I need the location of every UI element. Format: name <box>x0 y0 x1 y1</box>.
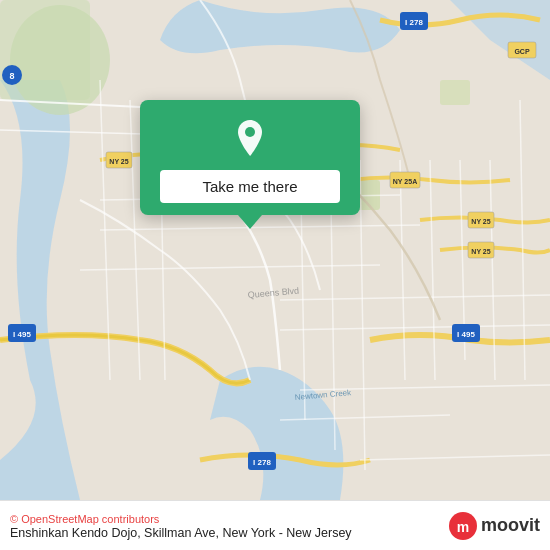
moovit-text: moovit <box>481 515 540 536</box>
svg-text:NY 25A: NY 25A <box>393 178 417 185</box>
svg-text:8: 8 <box>9 71 14 81</box>
osm-credit: © OpenStreetMap contributors <box>10 513 159 525</box>
svg-text:I 495: I 495 <box>457 330 475 339</box>
footer-bar: © OpenStreetMap contributors Enshinkan K… <box>0 500 550 550</box>
moovit-icon: m <box>449 512 477 540</box>
svg-rect-2 <box>0 0 90 100</box>
svg-point-48 <box>245 127 255 137</box>
footer-text: © OpenStreetMap contributors Enshinkan K… <box>10 512 449 540</box>
svg-text:m: m <box>457 519 469 535</box>
svg-text:I 495: I 495 <box>13 330 31 339</box>
svg-text:I 278: I 278 <box>405 18 423 27</box>
moovit-logo: m moovit <box>449 512 540 540</box>
svg-text:I 278: I 278 <box>253 458 271 467</box>
popup-card: Take me there <box>140 100 360 215</box>
svg-text:GCP: GCP <box>514 48 530 55</box>
svg-text:NY 25: NY 25 <box>471 248 490 255</box>
take-me-there-button[interactable]: Take me there <box>160 170 340 203</box>
svg-text:NY 25: NY 25 <box>471 218 490 225</box>
svg-rect-4 <box>440 80 470 105</box>
svg-text:NY 25: NY 25 <box>109 158 128 165</box>
location-pin-icon <box>228 116 272 160</box>
location-label: Enshinkan Kendo Dojo, Skillman Ave, New … <box>10 526 352 540</box>
map-background: I 495 I 495 I 278 I 278 NY 25 NY 25A NY … <box>0 0 550 500</box>
map-container: I 495 I 495 I 278 I 278 NY 25 NY 25A NY … <box>0 0 550 500</box>
